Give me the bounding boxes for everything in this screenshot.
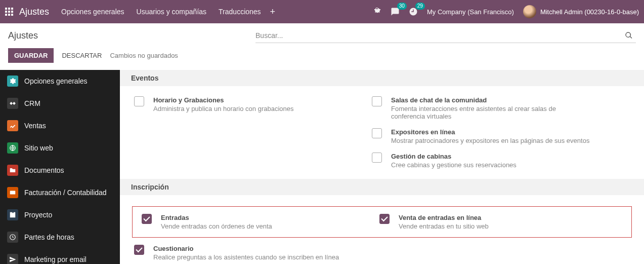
- sidebar-item-website[interactable]: Sitio web: [0, 137, 120, 159]
- opt-desc: Vende entradas en tu sitio web: [399, 222, 489, 230]
- opt-title: Expositores en línea: [391, 128, 589, 136]
- discard-button[interactable]: DESCARTAR: [62, 52, 102, 59]
- body: Opciones generales CRM Ventas Sitio web …: [0, 70, 644, 264]
- highlighted-row: EntradasVende entradas con órdenes de ve…: [132, 206, 632, 238]
- sidebar-item-email-marketing[interactable]: Marketing por email: [0, 248, 120, 264]
- checkbox-community-chat[interactable]: [372, 96, 382, 106]
- menu-general[interactable]: Opciones generales: [61, 8, 124, 16]
- sidebar-item-timesheets[interactable]: Partes de horas: [0, 226, 120, 248]
- add-menu-icon[interactable]: +: [270, 7, 276, 17]
- svg-rect-1: [10, 191, 16, 195]
- opt-questionnaire: CuestionarioRealice preguntas a los asis…: [125, 241, 363, 264]
- bar-chart-icon: [7, 120, 18, 131]
- sidebar-item-sales[interactable]: Ventas: [0, 115, 120, 137]
- menu-users[interactable]: Usuarios y compañías: [137, 8, 207, 16]
- activities-badge: 29: [415, 3, 425, 10]
- sidebar-item-project[interactable]: Proyecto: [0, 204, 120, 226]
- sidebar-item-accounting[interactable]: Facturación / Contabilidad: [0, 181, 120, 204]
- checkbox-online-tickets[interactable]: [379, 214, 390, 224]
- globe-icon: [7, 142, 18, 154]
- messages-icon[interactable]: 30: [391, 7, 400, 16]
- sidebar-item-general[interactable]: Opciones generales: [0, 70, 120, 92]
- section-events-head: Eventos: [120, 70, 644, 86]
- user-name: Mitchell Admin (00230-16-0-base): [540, 8, 639, 16]
- paper-plane-icon: [7, 254, 18, 264]
- section-events-body: Horario y GrabacionesAdministra y public…: [120, 86, 644, 179]
- unsaved-label: Cambios no guardados: [110, 52, 178, 59]
- page-title: Ajustes: [8, 30, 38, 41]
- section-registration-head: Inscripción: [120, 179, 644, 195]
- opt-title: Gestión de cabinas: [391, 153, 517, 160]
- company-switcher[interactable]: My Company (San Francisco): [427, 8, 514, 16]
- content: Eventos Horario y GrabacionesAdministra …: [120, 70, 644, 264]
- opt-title: Salas de chat de la comunidad: [391, 96, 591, 104]
- sidebar-item-label: Opciones generales: [24, 77, 88, 85]
- opt-booths: Gestión de cabinasCree cabinas y gestion…: [363, 148, 600, 173]
- sidebar: Opciones generales CRM Ventas Sitio web …: [0, 70, 120, 264]
- menu-translations[interactable]: Traducciones: [219, 8, 261, 16]
- checkbox-online-exhibitors[interactable]: [372, 128, 382, 138]
- sidebar-item-label: Proyecto: [24, 211, 52, 219]
- checkbox-schedule[interactable]: [134, 96, 144, 106]
- opt-desc: Fomenta interacciones entre asistentes a…: [391, 105, 591, 120]
- puzzle-icon: [7, 209, 18, 220]
- topbar-right: 30 29 My Company (San Francisco) Mitchel…: [373, 5, 639, 18]
- opt-tickets: EntradasVende entradas con órdenes de ve…: [133, 210, 370, 234]
- action-row: GUARDAR DESCARTAR Cambios no guardados: [0, 43, 644, 70]
- events-right-col: Salas de chat de la comunidadFomenta int…: [363, 92, 600, 173]
- sidebar-item-label: Partes de horas: [24, 233, 74, 241]
- opt-title: Venta de entradas en línea: [399, 214, 489, 221]
- handshake-icon: [7, 98, 18, 109]
- opt-desc: Vende entradas con órdenes de venta: [161, 222, 272, 230]
- top-menu: Opciones generales Usuarios y compañías …: [61, 8, 261, 16]
- search-input[interactable]: [255, 28, 622, 43]
- events-left-col: Horario y GrabacionesAdministra y public…: [125, 92, 363, 173]
- opt-title: Entradas: [161, 214, 272, 221]
- save-button[interactable]: GUARDAR: [8, 48, 54, 63]
- app-brand[interactable]: Ajustes: [19, 7, 49, 17]
- subheader: Ajustes: [0, 23, 644, 43]
- section-registration-body: EntradasVende entradas con órdenes de ve…: [120, 195, 644, 264]
- opt-online-tickets: Venta de entradas en líneaVende entradas…: [370, 210, 608, 234]
- opt-schedule: Horario y GrabacionesAdministra y public…: [125, 92, 363, 117]
- sidebar-item-label: Documentos: [24, 166, 64, 174]
- opt-desc: Mostrar patrocinadores y expositores en …: [391, 137, 589, 144]
- gear-icon: [7, 76, 18, 87]
- folder-icon: [7, 165, 18, 176]
- opt-desc: Cree cabinas y gestione sus reservacione…: [391, 161, 517, 169]
- sidebar-item-label: Sitio web: [24, 144, 53, 152]
- sidebar-item-label: Marketing por email: [24, 255, 87, 263]
- sidebar-item-crm[interactable]: CRM: [0, 92, 120, 115]
- clock-icon: [7, 232, 18, 243]
- topbar: Ajustes Opciones generales Usuarios y co…: [0, 0, 644, 23]
- messages-badge: 30: [397, 3, 407, 10]
- sidebar-item-label: Facturación / Contabilidad: [24, 188, 107, 197]
- checkbox-booths[interactable]: [372, 153, 382, 163]
- debug-icon[interactable]: [373, 8, 381, 16]
- sidebar-item-label: Ventas: [24, 122, 46, 130]
- opt-online-exhibitors: Expositores en líneaMostrar patrocinador…: [363, 124, 600, 148]
- sidebar-item-documents[interactable]: Documentos: [0, 159, 120, 181]
- money-icon: [7, 187, 18, 198]
- search-icon[interactable]: [622, 31, 636, 40]
- apps-icon[interactable]: [5, 8, 13, 16]
- avatar: [523, 5, 536, 18]
- sidebar-item-label: CRM: [24, 99, 40, 107]
- opt-community-chat: Salas de chat de la comunidadFomenta int…: [363, 92, 600, 124]
- opt-desc: Administra y publica un horario con grab…: [153, 105, 294, 112]
- checkbox-questionnaire[interactable]: [134, 245, 144, 255]
- opt-desc: Realice preguntas a los asistentes cuand…: [153, 253, 339, 261]
- search-wrap: [255, 28, 636, 43]
- checkbox-tickets[interactable]: [142, 214, 152, 224]
- opt-title: Cuestionario: [153, 245, 339, 252]
- user-menu[interactable]: Mitchell Admin (00230-16-0-base): [523, 5, 639, 18]
- opt-title: Horario y Grabaciones: [153, 96, 294, 104]
- activities-icon[interactable]: 29: [409, 7, 418, 16]
